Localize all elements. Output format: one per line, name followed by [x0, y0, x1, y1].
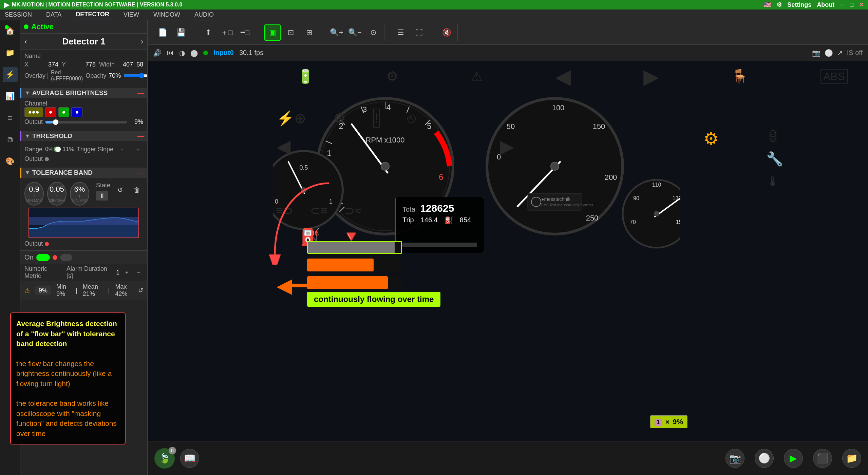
statusbar: 🔊 ⏮ ◑ ⬤ Input0 30.1 fps 📷 ⚪ ↗ IS off — [148, 45, 868, 61]
total-row: Total 128625 — [402, 203, 477, 214]
menu-window[interactable]: WINDOW — [151, 11, 182, 19]
channel-b-btn[interactable]: ● — [71, 107, 82, 117]
threshold-output-dot — [45, 157, 49, 161]
menu-data[interactable]: DATA — [44, 11, 63, 19]
tb-zoom-fit-btn[interactable]: ⊙ — [365, 24, 381, 41]
camera-icon[interactable]: 📷 — [812, 49, 820, 57]
gauge-0.05: 0.05 ↕ MIN MAX — [47, 182, 67, 206]
stat-reset-icon[interactable]: ↺ — [138, 287, 143, 294]
tolerance-reset-btn[interactable]: ↺ — [114, 182, 127, 198]
menu-audio[interactable]: AUDIO — [192, 11, 216, 19]
tolerance-pause-btn[interactable]: ⏸ — [96, 191, 108, 201]
minimize-button[interactable]: ─ — [840, 1, 844, 8]
tb-list-btn[interactable]: ☰ — [393, 24, 409, 41]
channel-r-btn[interactable]: ● — [45, 107, 56, 117]
alarm-duration-value: 1 — [116, 269, 119, 276]
sidebar-icon-file[interactable]: 📁 — [3, 45, 18, 60]
overlay-label: Overlay — [24, 72, 45, 79]
settings-label[interactable]: Settings — [787, 1, 811, 8]
opacity-slider[interactable] — [124, 73, 148, 78]
notification-badge: 0 — [169, 447, 176, 454]
threshold-close-icon[interactable]: — — [137, 132, 144, 140]
annotation-line2: the flow bar changes the brightness cont… — [16, 359, 119, 388]
settings-icon[interactable]: ⚙ — [776, 1, 782, 8]
tolerance-controls-area: State ⏸ — [96, 182, 110, 206]
speed-250: 250 — [586, 214, 599, 222]
app-title: MK-MOTION | MOTION DETECTION SOFTWARE | … — [12, 2, 182, 8]
tooltip-x-btn[interactable]: ✕ — [665, 419, 669, 425]
stat-mean: Mean 21% — [83, 283, 103, 298]
slope-falling-btn[interactable]: ⌐ — [116, 145, 128, 154]
toolbar-group-zoom: 🔍+ 🔍− ⊙ — [326, 24, 384, 41]
menu-detector[interactable]: DETECTOR — [74, 10, 111, 19]
stat-min: Min 9% — [56, 283, 70, 298]
sidebar-icon-layers[interactable]: ⧉ — [3, 132, 18, 147]
on-toggle[interactable] — [36, 254, 50, 261]
tb-grid-btn[interactable]: ⊞ — [301, 24, 317, 41]
sidebar-icon-list[interactable]: ≡ — [3, 111, 18, 126]
menu-session[interactable]: SESSION — [3, 11, 34, 19]
maximize-button[interactable]: □ — [850, 1, 853, 8]
tacho-num-5: 5 — [427, 121, 431, 131]
menu-view[interactable]: VIEW — [121, 11, 141, 19]
on-toggle-2[interactable] — [60, 254, 72, 261]
bottom-folder-btn[interactable]: 📁 — [842, 449, 861, 468]
avg-brightness-close-icon[interactable]: — — [137, 89, 144, 97]
close-button[interactable]: ✕ — [859, 1, 864, 8]
tb-add-input-btn[interactable]: ＋□ — [219, 24, 235, 41]
avg-brightness-header[interactable]: ▼ AVERAGE BRIGHTNESS — — [20, 88, 147, 98]
tb-save-btn[interactable]: 💾 — [173, 24, 189, 41]
tb-zoom-out-btn[interactable]: 🔍− — [347, 24, 363, 41]
menubar: SESSION DATA DETECTOR VIEW WINDOW AUDIO — [0, 10, 868, 20]
threshold-expand-icon: ▼ — [25, 133, 30, 139]
bottom-camera-btn[interactable]: 📷 — [725, 449, 744, 468]
tb-close-input-btn[interactable]: ━□ — [237, 24, 253, 41]
about-label[interactable]: About — [817, 1, 834, 8]
output-slider-bar[interactable] — [45, 121, 127, 124]
bottom-app-icon[interactable]: 🍃 0 — [154, 448, 175, 469]
alarm-sub-btn[interactable]: − — [134, 269, 143, 276]
tb-export-btn[interactable]: ⬆ — [200, 24, 216, 41]
channel-g-btn[interactable]: ● — [58, 107, 70, 117]
bottom-stop-btn[interactable]: ⬛ — [813, 449, 832, 468]
tolerance-header[interactable]: ▼ TOLERANCE BAND — — [20, 168, 147, 178]
overlay-color-swatch[interactable] — [48, 73, 48, 79]
bottom-record-btn[interactable]: ⚪ — [755, 449, 774, 468]
steering-icon: 🔧 — [766, 151, 783, 167]
sidebar-icon-palette[interactable]: 🎨 — [3, 154, 18, 169]
tolerance-close-icon[interactable]: — — [137, 169, 144, 176]
bottom-controls: 📷 ⚪ ▶ ⬛ 📁 — [725, 449, 861, 468]
bottom-book-btn[interactable]: 📖 — [180, 449, 199, 468]
tb-zoom-in-btn[interactable]: 🔍+ — [328, 24, 345, 41]
tb-audio-btn[interactable]: 🔇 — [438, 24, 455, 41]
sidebar-icon-active[interactable]: ⚡ — [3, 67, 18, 82]
share-icon[interactable]: ↗ — [837, 49, 843, 57]
prop-y-value: 778 — [86, 61, 96, 68]
threshold-header[interactable]: ▼ THRESHOLD — — [20, 131, 147, 141]
tb-new-btn[interactable]: 📄 — [154, 24, 171, 41]
sidebar-icon-home[interactable]: 🏠 — [3, 24, 18, 39]
bottom-play-btn[interactable]: ▶ — [784, 449, 803, 468]
temp-150: 150 — [676, 219, 680, 225]
tb-fullscreen-btn[interactable]: ⛶ — [411, 24, 427, 41]
trigger-slope-label: Trigger Slope — [77, 146, 113, 153]
stat-max: Max 42% — [115, 283, 133, 298]
prop-name-label: Name — [24, 53, 45, 60]
nav-back-icon[interactable]: ‹ — [24, 37, 27, 46]
gauge-unit-2: ↕ — [78, 194, 80, 198]
sidebar-icon-chart[interactable]: 📊 — [3, 89, 18, 104]
tolerance-output-row: Output — [24, 240, 143, 247]
tb-layout1-btn[interactable]: ▣ — [264, 24, 281, 41]
toolbar-group-view: ⬆ ＋□ ━□ — [197, 24, 256, 41]
temp-90: 90 — [633, 195, 639, 201]
channel-rgb-btn[interactable]: ●●● — [24, 107, 43, 117]
slope-rising-btn[interactable]: ¬ — [131, 145, 143, 154]
record-circle-icon[interactable]: ⚪ — [825, 49, 833, 57]
nav-forward-icon[interactable]: › — [141, 37, 143, 46]
on-indicator-dot — [53, 255, 57, 260]
alarm-add-btn[interactable]: + — [122, 269, 131, 276]
tolerance-delete-btn[interactable]: 🗑 — [130, 182, 143, 198]
output-slider-row: Output 9% — [24, 118, 143, 126]
range-slider[interactable] — [56, 146, 60, 153]
tb-layout2-btn[interactable]: ⊡ — [283, 24, 299, 41]
